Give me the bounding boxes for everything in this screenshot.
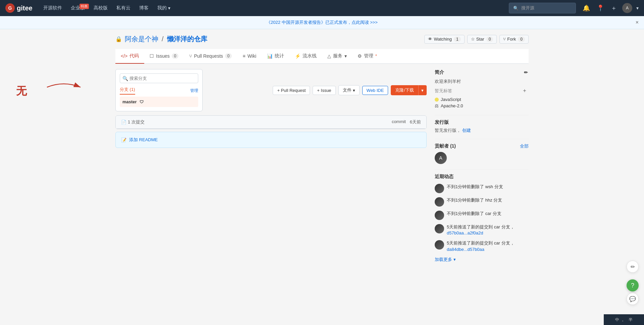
activity-link-5[interactable]: da84dbe...d57b0aa — [447, 247, 484, 252]
issues-badge: 0 — [172, 53, 179, 59]
logo-g-icon: G — [5, 3, 15, 13]
activity-text-3: 不到1分钟前删除了 car 分支 — [447, 211, 501, 217]
release-empty-text: 暂无发行版， 创建 — [435, 127, 529, 133]
search-bar[interactable]: 🔍 搜开源 — [509, 3, 576, 13]
pipeline-icon: ⚡ — [295, 53, 301, 59]
file-table-header: 📄 1 次提交 commit 6天前 — [116, 116, 426, 129]
repo-slash: / — [162, 35, 164, 43]
sidebar-activity-section: 近期动态 不到1分钟前删除了 wsh 分支 不到1分钟前删除了 hhz 分支 — [435, 174, 529, 263]
code-icon: </> — [121, 53, 127, 59]
location-icon[interactable]: 📍 — [595, 3, 605, 13]
contributors-list: A — [435, 152, 529, 164]
tab-manage[interactable]: ⚙ 管理 * — [352, 49, 382, 64]
fork-button[interactable]: ⑂ Fork 0 — [499, 35, 529, 44]
sidebar-intro-text: 欢迎来到羊村 — [435, 78, 529, 85]
nav-private-cloud[interactable]: 私有云 — [112, 3, 135, 13]
sidebar-edit-icon[interactable]: ✏ — [523, 69, 529, 76]
issues-icon: ☐ — [150, 53, 154, 59]
repo-title: 🔒 阿余是个神 / 懒洋洋的仓库 — [115, 35, 207, 44]
edit-float-button[interactable]: ✏ — [627, 261, 639, 268]
branch-search-input[interactable] — [120, 73, 198, 83]
manage-badge: * — [375, 54, 377, 58]
activity-title: 近期动态 — [435, 174, 529, 180]
manage-icon: ⚙ — [358, 53, 362, 59]
content-sidebar: 简介 ✏ 欢迎来到羊村 暂无标签 ＋ JavaScript ⚖ Apache- — [435, 69, 529, 263]
add-icon[interactable]: ＋ — [609, 3, 618, 13]
activity-item-3: 不到1分钟前删除了 car 分支 — [435, 211, 529, 220]
activity-item-4: 5天前推送了新的提交到 car 分支， d57b0aa...a2f0a2d — [435, 224, 529, 236]
issue-button[interactable]: + Issue — [313, 86, 335, 95]
services-dropdown-icon: ▾ — [344, 53, 347, 59]
services-icon: △ — [327, 53, 331, 59]
tab-stats[interactable]: 📊 统计 — [262, 49, 289, 64]
activity-text-5: 5天前推送了新的提交到 car 分支， da84dbe...d57b0aa — [447, 240, 529, 252]
repo-header: 🔒 阿余是个神 / 懒洋洋的仓库 👁 Watching 1 ☆ Star 0 ⑂ — [115, 35, 529, 44]
star-icon: ☆ — [471, 37, 475, 42]
branch-manage-link[interactable]: 管理 — [190, 88, 198, 94]
tab-wiki[interactable]: ≡ Wiki — [237, 49, 262, 63]
fork-icon: ⑂ — [503, 37, 506, 42]
repo-lock-icon: 🔒 — [115, 36, 122, 42]
user-avatar[interactable]: A — [622, 3, 632, 13]
readme-notice-text[interactable]: 添加 README — [129, 137, 158, 143]
branch-dropdown-panel: 🔍 分支 (1) 管理 master 🛡 — [115, 69, 203, 111]
notification-bell-icon[interactable]: 🔔 — [581, 3, 591, 13]
eye-icon: 👁 — [428, 37, 432, 42]
activity-link-4[interactable]: d57b0aa...a2f0a2d — [447, 230, 483, 235]
commit-count: 📄 1 次提交 — [121, 119, 145, 125]
announcement-close-button[interactable]: × — [636, 19, 639, 25]
content-main: 🔍 分支 (1) 管理 master 🛡 — [115, 69, 427, 263]
star-count: 0 — [486, 37, 493, 42]
pull-request-button[interactable]: + Pull Request — [273, 86, 310, 95]
tags-empty-text: 暂无标签 — [435, 88, 452, 94]
site-logo[interactable]: G gitee — [5, 3, 33, 13]
license-icon: ⚖ — [435, 103, 439, 108]
activity-avatar-4 — [435, 224, 444, 233]
activity-item-2: 不到1分钟前删除了 hhz 分支 — [435, 197, 529, 207]
pr-badge: 0 — [225, 53, 232, 59]
sidebar-intro-section: 简介 ✏ 欢迎来到羊村 暂无标签 ＋ JavaScript ⚖ Apache- — [435, 69, 529, 108]
star-button[interactable]: ☆ Star 0 — [467, 35, 497, 44]
top-navigation: G gitee 开源软件 企业版 特惠 高校版 私有云 博客 我的 ▾ — [0, 0, 644, 16]
tab-services[interactable]: △ 服务 ▾ — [322, 49, 352, 64]
nav-blog[interactable]: 博客 — [135, 3, 153, 13]
search-icon: 🔍 — [513, 6, 519, 11]
tab-pipeline[interactable]: ⚡ 流水线 — [289, 49, 322, 64]
release-create-link[interactable]: 创建 — [462, 128, 471, 133]
no-content-marker: 无 — [16, 84, 27, 99]
repo-name[interactable]: 懒洋洋的仓库 — [167, 35, 207, 44]
activity-item-1: 不到1分钟前删除了 wsh 分支 — [435, 184, 529, 193]
nav-college[interactable]: 高校版 — [90, 3, 112, 13]
sidebar-contributors-section: 贡献者 (1) 全部 A — [435, 143, 529, 164]
tab-code[interactable]: </> 代码 — [115, 49, 144, 64]
clone-button[interactable]: 克隆/下载 — [391, 85, 418, 95]
repo-owner[interactable]: 阿余是个神 — [125, 35, 158, 44]
activity-text-2: 不到1分钟前删除了 hhz 分支 — [447, 197, 502, 203]
avatar-dropdown-icon[interactable]: ▾ — [636, 5, 639, 11]
add-tag-button[interactable]: ＋ — [521, 87, 529, 94]
nav-enterprise[interactable]: 企业版 特惠 — [67, 3, 89, 13]
nav-mine[interactable]: 我的 ▾ — [153, 3, 174, 13]
branch-search-wrap: 🔍 — [120, 73, 198, 83]
contributor-avatar-1[interactable]: A — [435, 152, 447, 164]
tab-issues[interactable]: ☐ Issues 0 — [144, 49, 184, 63]
commit-doc-icon: 📄 — [121, 120, 126, 125]
webide-button[interactable]: Web IDE — [362, 86, 388, 95]
file-button[interactable]: 文件 ▾ — [338, 85, 360, 95]
lang-dot-icon — [435, 98, 439, 102]
readme-notice: 📝 添加 README — [115, 132, 427, 148]
contributors-title: 贡献者 (1) 全部 — [435, 143, 529, 149]
load-more-button[interactable]: 加载更多 ▾ — [435, 257, 529, 263]
contributors-all-link[interactable]: 全部 — [520, 143, 529, 149]
repo-toolbar: 🔍 分支 (1) 管理 master 🛡 — [115, 69, 427, 111]
file-table: 📄 1 次提交 commit 6天前 — [115, 115, 427, 129]
clone-group: 克隆/下载 ▾ — [391, 85, 427, 95]
license-apache: ⚖ Apache-2.0 — [435, 103, 529, 108]
branch-item-master[interactable]: master 🛡 — [120, 97, 198, 107]
clone-dropdown-button[interactable]: ▾ — [418, 85, 427, 95]
nav-open-source[interactable]: 开源软件 — [39, 3, 66, 13]
watch-button[interactable]: 👁 Watching 1 — [424, 35, 464, 44]
announcement-link[interactable]: 《2022 中国开源开发者报告》已正式发布，点此阅读 >>> — [266, 20, 378, 25]
release-title: 发行版 — [435, 119, 529, 125]
tab-pull-requests[interactable]: ⑂ Pull Requests 0 — [184, 49, 237, 63]
